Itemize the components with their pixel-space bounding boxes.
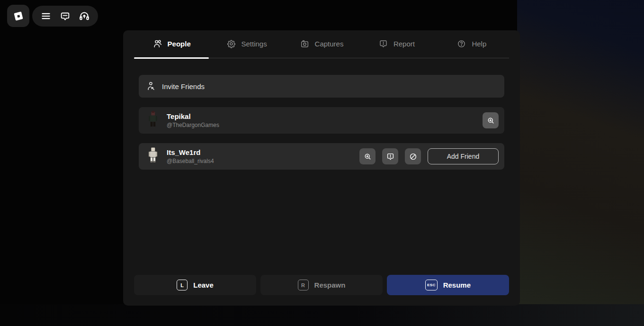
tab-captures-label: Captures xyxy=(315,40,344,48)
help-icon xyxy=(456,39,466,49)
game-screen: People Settings xyxy=(0,0,644,326)
voice-chat-button[interactable] xyxy=(76,8,93,25)
resume-label: Resume xyxy=(443,281,471,289)
block-icon xyxy=(409,152,418,161)
resume-button[interactable]: ESC Resume xyxy=(387,275,509,295)
tab-active-underline xyxy=(134,57,509,59)
add-friend-button[interactable]: Add Friend xyxy=(428,148,499,164)
player-handle: @Baseball_rivals4 xyxy=(167,158,214,164)
player-meta: Its_We1rd @Baseball_rivals4 xyxy=(167,148,214,164)
roblox-logo-icon xyxy=(12,9,25,23)
tab-report-label: Report xyxy=(394,40,415,48)
zoom-in-icon xyxy=(363,152,372,161)
player-name: Tepikal xyxy=(167,112,219,120)
leave-label: Leave xyxy=(193,281,214,289)
leave-button[interactable]: L Leave xyxy=(134,275,256,295)
tab-help[interactable]: Help xyxy=(434,39,509,49)
inspect-avatar-button[interactable] xyxy=(483,112,499,128)
chat-bubble-icon xyxy=(59,10,71,22)
report-icon xyxy=(386,152,395,161)
report-player-button[interactable] xyxy=(382,148,398,164)
avatar-tepikal xyxy=(145,109,161,131)
respawn-label: Respawn xyxy=(314,281,346,289)
invite-friends-button[interactable]: Invite Friends xyxy=(139,75,504,98)
report-icon xyxy=(378,39,388,49)
dimmed-game-background-bottom xyxy=(0,304,644,326)
tab-people[interactable]: People xyxy=(134,39,209,49)
player-meta: Tepikal @TheDargonGames xyxy=(167,112,219,128)
zoom-in-icon xyxy=(486,116,495,125)
tab-captures[interactable]: Captures xyxy=(284,39,359,49)
respawn-button[interactable]: R Respawn xyxy=(260,275,383,295)
tab-help-label: Help xyxy=(472,40,486,48)
roblox-logo-button[interactable] xyxy=(7,5,29,27)
player-name: Its_We1rd xyxy=(167,148,214,156)
tab-people-label: People xyxy=(168,40,191,48)
topbar-quick-menu xyxy=(32,6,98,27)
tab-settings-label: Settings xyxy=(242,40,267,48)
keycap-esc: ESC xyxy=(425,280,438,290)
headphones-icon xyxy=(78,10,90,22)
block-player-button[interactable] xyxy=(405,148,421,164)
keycap-R: R xyxy=(298,280,309,290)
chat-button[interactable] xyxy=(57,8,74,25)
tab-report[interactable]: Report xyxy=(359,39,434,49)
player-actions xyxy=(483,112,499,128)
menu-tab-bar: People Settings xyxy=(123,30,520,57)
player-handle: @TheDargonGames xyxy=(167,122,219,128)
gear-icon xyxy=(226,39,236,49)
player-row-its-we1rd[interactable]: Its_We1rd @Baseball_rivals4 xyxy=(139,143,504,170)
avatar-its-we1rd xyxy=(145,145,161,167)
people-icon xyxy=(152,39,162,49)
player-row-tepikal[interactable]: Tepikal @TheDargonGames xyxy=(139,107,504,134)
tab-settings[interactable]: Settings xyxy=(209,39,284,49)
camera-icon xyxy=(300,39,310,49)
people-tab-content: Invite Friends Tepikal xyxy=(123,59,520,170)
invite-friends-label: Invite Friends xyxy=(162,82,205,91)
inspect-avatar-button[interactable] xyxy=(359,148,376,164)
keycap-L: L xyxy=(177,280,188,290)
escape-menu-panel: People Settings xyxy=(123,30,520,306)
dimmed-game-background xyxy=(517,0,644,326)
invite-friend-icon xyxy=(146,81,156,91)
player-actions: Add Friend xyxy=(359,148,499,164)
hamburger-icon xyxy=(40,10,52,22)
menu-footer: L Leave R Respawn ESC Resume xyxy=(123,275,520,306)
menu-button[interactable] xyxy=(37,8,54,25)
